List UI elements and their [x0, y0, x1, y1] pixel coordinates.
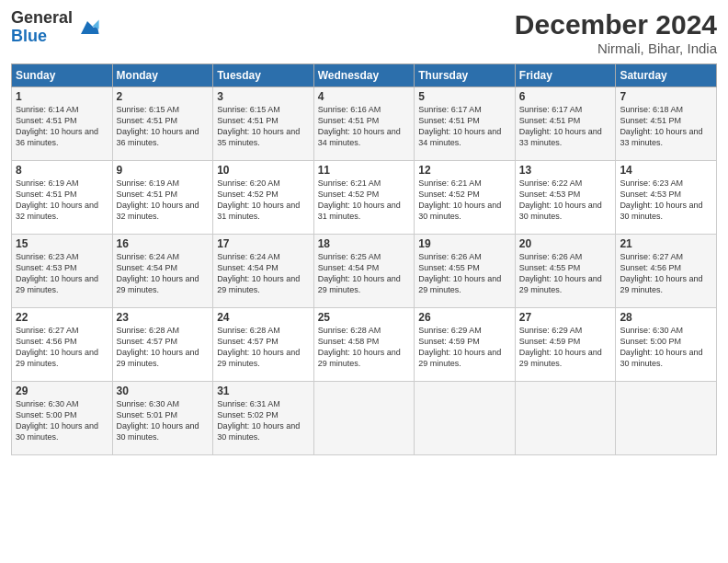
title-block: December 2024 Nirmali, Bihar, India — [515, 9, 717, 56]
logo-icon — [74, 15, 100, 40]
logo-blue: Blue — [11, 27, 47, 45]
day-number: 23 — [117, 311, 210, 324]
day-cell-17: 17Sunrise: 6:24 AMSunset: 4:54 PMDayligh… — [213, 235, 314, 308]
day-header-sunday: Sunday — [12, 64, 113, 87]
day-info: Sunrise: 6:19 AMSunset: 4:51 PMDaylight:… — [16, 178, 98, 221]
day-number: 26 — [418, 311, 511, 324]
day-number: 21 — [620, 237, 712, 250]
day-number: 4 — [318, 90, 411, 103]
day-cell-28: 28Sunrise: 6:30 AMSunset: 5:00 PMDayligh… — [616, 308, 717, 382]
day-number: 14 — [620, 164, 712, 177]
day-header-saturday: Saturday — [616, 64, 717, 87]
day-cell-12: 12Sunrise: 6:21 AMSunset: 4:52 PMDayligh… — [415, 161, 516, 235]
day-cell-21: 21Sunrise: 6:27 AMSunset: 4:56 PMDayligh… — [616, 235, 717, 308]
day-number: 17 — [217, 237, 310, 250]
day-number: 8 — [16, 164, 108, 177]
day-cell-3: 3Sunrise: 6:15 AMSunset: 4:51 PMDaylight… — [213, 87, 314, 161]
day-cell-19: 19Sunrise: 6:26 AMSunset: 4:55 PMDayligh… — [415, 235, 516, 308]
header: General Blue December 2024 Nirmali, Biha… — [11, 9, 717, 56]
day-cell-18: 18Sunrise: 6:25 AMSunset: 4:54 PMDayligh… — [313, 235, 415, 308]
week-row-1: 1Sunrise: 6:14 AMSunset: 4:51 PMDaylight… — [12, 87, 717, 161]
day-info: Sunrise: 6:29 AMSunset: 4:59 PMDaylight:… — [418, 326, 501, 368]
day-header-friday: Friday — [515, 64, 616, 87]
day-info: Sunrise: 6:21 AMSunset: 4:52 PMDaylight:… — [318, 178, 401, 221]
day-info: Sunrise: 6:19 AMSunset: 4:51 PMDaylight:… — [117, 178, 199, 221]
day-number: 15 — [16, 237, 108, 250]
day-cell-23: 23Sunrise: 6:28 AMSunset: 4:57 PMDayligh… — [112, 308, 213, 382]
day-info: Sunrise: 6:26 AMSunset: 4:55 PMDaylight:… — [519, 252, 602, 294]
day-info: Sunrise: 6:21 AMSunset: 4:52 PMDaylight:… — [418, 178, 501, 221]
day-info: Sunrise: 6:27 AMSunset: 4:56 PMDaylight:… — [16, 326, 98, 368]
day-cell-5: 5Sunrise: 6:17 AMSunset: 4:51 PMDaylight… — [415, 87, 516, 161]
day-info: Sunrise: 6:14 AMSunset: 4:51 PMDaylight:… — [16, 105, 98, 147]
day-info: Sunrise: 6:24 AMSunset: 4:54 PMDaylight:… — [117, 252, 199, 294]
week-row-2: 8Sunrise: 6:19 AMSunset: 4:51 PMDaylight… — [12, 161, 717, 235]
day-number: 6 — [519, 90, 612, 103]
day-cell-6: 6Sunrise: 6:17 AMSunset: 4:51 PMDaylight… — [515, 87, 616, 161]
day-info: Sunrise: 6:30 AMSunset: 5:00 PMDaylight:… — [16, 399, 98, 442]
day-info: Sunrise: 6:22 AMSunset: 4:53 PMDaylight:… — [519, 178, 602, 221]
day-cell-30: 30Sunrise: 6:30 AMSunset: 5:01 PMDayligh… — [112, 382, 213, 455]
empty-cell — [515, 382, 616, 455]
day-number: 11 — [318, 164, 411, 177]
day-info: Sunrise: 6:24 AMSunset: 4:54 PMDaylight:… — [217, 252, 300, 294]
day-number: 9 — [117, 164, 210, 177]
day-cell-14: 14Sunrise: 6:23 AMSunset: 4:53 PMDayligh… — [616, 161, 717, 235]
day-info: Sunrise: 6:23 AMSunset: 4:53 PMDaylight:… — [620, 178, 702, 221]
empty-cell — [313, 382, 415, 455]
day-info: Sunrise: 6:27 AMSunset: 4:56 PMDaylight:… — [620, 252, 702, 294]
day-info: Sunrise: 6:18 AMSunset: 4:51 PMDaylight:… — [620, 105, 702, 147]
logo: General Blue — [11, 9, 100, 46]
day-cell-7: 7Sunrise: 6:18 AMSunset: 4:51 PMDaylight… — [616, 87, 717, 161]
day-cell-11: 11Sunrise: 6:21 AMSunset: 4:52 PMDayligh… — [313, 161, 415, 235]
day-cell-16: 16Sunrise: 6:24 AMSunset: 4:54 PMDayligh… — [112, 235, 213, 308]
day-number: 2 — [117, 90, 210, 103]
day-number: 13 — [519, 164, 612, 177]
day-number: 24 — [217, 311, 310, 324]
day-number: 25 — [318, 311, 411, 324]
day-cell-4: 4Sunrise: 6:16 AMSunset: 4:51 PMDaylight… — [313, 87, 415, 161]
week-row-4: 22Sunrise: 6:27 AMSunset: 4:56 PMDayligh… — [12, 308, 717, 382]
day-cell-13: 13Sunrise: 6:22 AMSunset: 4:53 PMDayligh… — [515, 161, 616, 235]
month-title: December 2024 — [515, 9, 717, 40]
day-info: Sunrise: 6:23 AMSunset: 4:53 PMDaylight:… — [16, 252, 98, 294]
day-info: Sunrise: 6:17 AMSunset: 4:51 PMDaylight:… — [519, 105, 602, 147]
day-header-wednesday: Wednesday — [313, 64, 415, 87]
day-number: 7 — [620, 90, 712, 103]
day-info: Sunrise: 6:29 AMSunset: 4:59 PMDaylight:… — [519, 326, 602, 368]
day-info: Sunrise: 6:16 AMSunset: 4:51 PMDaylight:… — [318, 105, 401, 147]
day-header-thursday: Thursday — [415, 64, 516, 87]
logo-text-block: General Blue — [11, 9, 100, 46]
main-container: General Blue December 2024 Nirmali, Biha… — [0, 0, 728, 463]
empty-cell — [415, 382, 516, 455]
day-cell-20: 20Sunrise: 6:26 AMSunset: 4:55 PMDayligh… — [515, 235, 616, 308]
day-header-tuesday: Tuesday — [213, 64, 314, 87]
day-info: Sunrise: 6:31 AMSunset: 5:02 PMDaylight:… — [217, 399, 300, 442]
day-info: Sunrise: 6:28 AMSunset: 4:58 PMDaylight:… — [318, 326, 401, 368]
day-number: 10 — [217, 164, 310, 177]
day-number: 18 — [318, 237, 411, 250]
day-cell-8: 8Sunrise: 6:19 AMSunset: 4:51 PMDaylight… — [12, 161, 113, 235]
day-cell-22: 22Sunrise: 6:27 AMSunset: 4:56 PMDayligh… — [12, 308, 113, 382]
day-cell-26: 26Sunrise: 6:29 AMSunset: 4:59 PMDayligh… — [415, 308, 516, 382]
day-number: 16 — [117, 237, 210, 250]
day-cell-10: 10Sunrise: 6:20 AMSunset: 4:52 PMDayligh… — [213, 161, 314, 235]
day-cell-15: 15Sunrise: 6:23 AMSunset: 4:53 PMDayligh… — [12, 235, 113, 308]
day-cell-1: 1Sunrise: 6:14 AMSunset: 4:51 PMDaylight… — [12, 87, 113, 161]
empty-cell — [616, 382, 717, 455]
day-number: 3 — [217, 90, 310, 103]
day-info: Sunrise: 6:15 AMSunset: 4:51 PMDaylight:… — [117, 105, 199, 147]
day-cell-24: 24Sunrise: 6:28 AMSunset: 4:57 PMDayligh… — [213, 308, 314, 382]
week-row-5: 29Sunrise: 6:30 AMSunset: 5:00 PMDayligh… — [12, 382, 717, 455]
week-row-3: 15Sunrise: 6:23 AMSunset: 4:53 PMDayligh… — [12, 235, 717, 308]
day-info: Sunrise: 6:17 AMSunset: 4:51 PMDaylight:… — [418, 105, 501, 147]
day-info: Sunrise: 6:30 AMSunset: 5:01 PMDaylight:… — [117, 399, 199, 442]
logo-general: General — [11, 8, 73, 27]
day-number: 28 — [620, 311, 712, 324]
day-info: Sunrise: 6:26 AMSunset: 4:55 PMDaylight:… — [418, 252, 501, 294]
day-info: Sunrise: 6:28 AMSunset: 4:57 PMDaylight:… — [117, 326, 199, 368]
day-info: Sunrise: 6:28 AMSunset: 4:57 PMDaylight:… — [217, 326, 300, 368]
day-header-monday: Monday — [112, 64, 213, 87]
day-info: Sunrise: 6:25 AMSunset: 4:54 PMDaylight:… — [318, 252, 401, 294]
day-info: Sunrise: 6:15 AMSunset: 4:51 PMDaylight:… — [217, 105, 300, 147]
